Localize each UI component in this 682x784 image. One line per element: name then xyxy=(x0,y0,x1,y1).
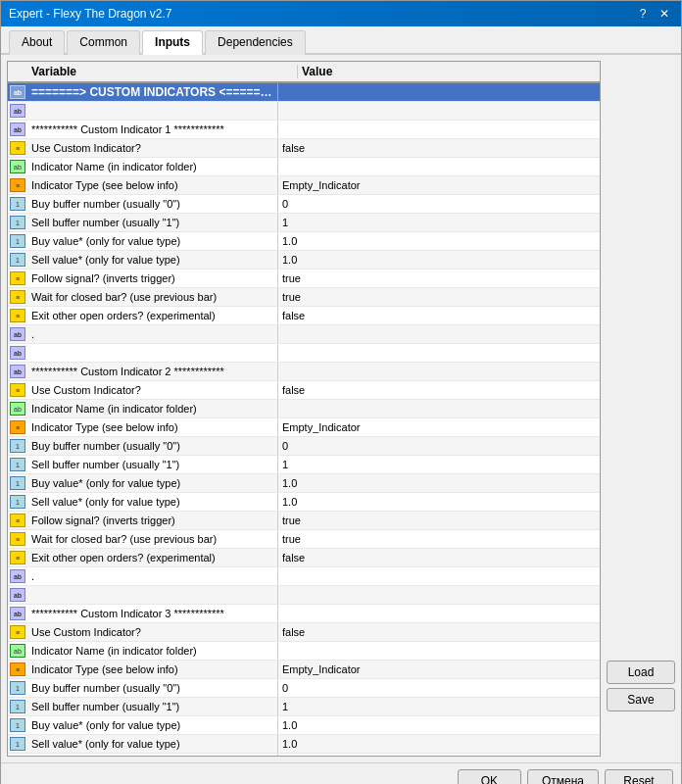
row-icon-str: ab xyxy=(8,400,27,417)
table-row: ab*********** Custom Indicator 2 *******… xyxy=(8,363,600,381)
row-variable: Sell value* (only for value type) xyxy=(27,253,277,267)
col-header-value: Value xyxy=(298,65,596,78)
row-icon-num: 1 xyxy=(8,456,27,473)
ok-button[interactable]: OK xyxy=(458,769,521,784)
table-row: ≡Indicator Type (see below info)Empty_In… xyxy=(8,661,600,679)
row-variable: Use Custom Indicator? xyxy=(27,625,277,639)
row-variable: . xyxy=(27,569,277,583)
tab-bar: About Common Inputs Dependencies xyxy=(1,26,681,55)
row-icon-num: 1 xyxy=(8,735,27,753)
row-value xyxy=(278,408,600,410)
table-row: ≡Wait for closed bar? (use previous bar)… xyxy=(8,288,600,307)
tab-inputs[interactable]: Inputs xyxy=(142,30,203,55)
table-row: 1Buy value* (only for value type)1.0 xyxy=(8,716,600,735)
table-row: abIndicator Name (in indicator folder) xyxy=(8,642,600,661)
row-variable: *********** Custom Indicator 2 *********… xyxy=(27,365,277,378)
row-icon-bool: ≡ xyxy=(8,623,27,641)
row-value xyxy=(278,333,600,335)
table-row: ≡Follow signal? (inverts trigger)true xyxy=(8,512,600,530)
reset-button[interactable]: Reset xyxy=(605,769,673,784)
row-variable: *********** Custom Indicator 3 *********… xyxy=(27,607,277,620)
row-value xyxy=(278,91,600,93)
row-value: 1 xyxy=(278,700,600,713)
row-variable: Indicator Type (see below info) xyxy=(27,662,277,676)
row-variable: Follow signal? (inverts trigger) xyxy=(27,514,277,527)
tab-dependencies[interactable]: Dependencies xyxy=(205,30,306,55)
row-variable: Buy value* (only for value type) xyxy=(27,476,277,490)
row-variable: Exit other open orders? (experimental) xyxy=(27,309,277,322)
title-bar: Expert - Flexy The Dragon v2.7 ? ✕ xyxy=(1,1,681,26)
row-variable: Use Custom Indicator? xyxy=(27,141,277,155)
load-button[interactable]: Load xyxy=(607,661,675,684)
help-button[interactable]: ? xyxy=(634,5,652,23)
row-variable: Indicator Name (in indicator folder) xyxy=(27,644,277,658)
table-row: ≡Exit other open orders? (experimental)f… xyxy=(8,307,600,325)
table-row: 1Buy value* (only for value type)1.0 xyxy=(8,232,600,251)
row-variable: Wait for closed bar? (use previous bar) xyxy=(27,532,277,546)
table-row: ab=======> CUSTOM INDICATORS <======= xyxy=(8,83,600,102)
row-icon-num: 1 xyxy=(8,437,27,455)
row-value: Empty_Indicator xyxy=(278,420,600,434)
row-variable: Follow signal? (inverts trigger) xyxy=(27,271,277,285)
row-variable: Indicator Name (in indicator folder) xyxy=(27,160,277,173)
row-value: true xyxy=(278,290,600,304)
table-body[interactable]: ab=======> CUSTOM INDICATORS <=======aba… xyxy=(8,83,600,756)
row-icon-str: ab xyxy=(8,642,27,660)
row-value xyxy=(278,166,600,168)
table-row: 1Sell value* (only for value type)1.0 xyxy=(8,493,600,512)
row-icon-enum: ≡ xyxy=(8,176,27,194)
row-variable: Buy value* (only for value type) xyxy=(27,234,277,248)
row-variable: Exit other open orders? (experimental) xyxy=(27,551,277,564)
row-icon-ab: ab xyxy=(8,325,27,343)
row-value: 1.0 xyxy=(278,718,600,732)
row-variable: Buy value* (only for value type) xyxy=(27,718,277,732)
row-icon-ab: ab xyxy=(8,605,27,622)
row-icon-bool: ≡ xyxy=(8,307,27,324)
row-value xyxy=(278,650,600,652)
side-buttons: Load Save xyxy=(607,61,675,757)
tab-about[interactable]: About xyxy=(9,30,65,55)
table-row: ab xyxy=(8,344,600,363)
tab-common[interactable]: Common xyxy=(67,30,140,55)
row-value xyxy=(278,352,600,354)
row-value: 1.0 xyxy=(278,253,600,267)
row-value: true xyxy=(278,532,600,546)
main-table: Variable Value ab=======> CUSTOM INDICAT… xyxy=(7,61,601,757)
row-value xyxy=(278,370,600,372)
table-row: 1Sell value* (only for value type)1.0 xyxy=(8,735,600,754)
table-row: abIndicator Name (in indicator folder) xyxy=(8,400,600,418)
row-icon-bool: ≡ xyxy=(8,754,27,756)
table-row: ab. xyxy=(8,567,600,586)
table-row: ≡Use Custom Indicator?false xyxy=(8,381,600,400)
table-header: Variable Value xyxy=(8,62,600,83)
content-area: Variable Value ab=======> CUSTOM INDICAT… xyxy=(1,55,681,762)
row-variable xyxy=(27,110,277,112)
table-row: ab xyxy=(8,586,600,605)
row-value xyxy=(278,594,600,596)
table-row: 1Buy buffer number (usually "0")0 xyxy=(8,437,600,456)
table-row: 1Sell buffer number (usually "1")1 xyxy=(8,698,600,716)
row-icon-enum: ≡ xyxy=(8,661,27,678)
row-value: true xyxy=(278,514,600,527)
table-row: ≡Follow signal? (inverts trigger)true xyxy=(8,754,600,756)
bottom-bar: OK Отмена Reset xyxy=(1,762,681,784)
row-icon-str: ab xyxy=(8,158,27,175)
table-row: 1Buy value* (only for value type)1.0 xyxy=(8,474,600,493)
cancel-button[interactable]: Отмена xyxy=(527,769,599,784)
row-value: Empty_Indicator xyxy=(278,178,600,192)
save-button[interactable]: Save xyxy=(607,688,675,711)
row-icon-num: 1 xyxy=(8,474,27,492)
row-icon-ab: ab xyxy=(8,586,27,604)
table-row: ab*********** Custom Indicator 3 *******… xyxy=(8,605,600,623)
row-variable: Sell value* (only for value type) xyxy=(27,495,277,509)
row-icon-num: 1 xyxy=(8,493,27,511)
row-value: false xyxy=(278,141,600,155)
row-value: 1 xyxy=(278,458,600,471)
row-icon-num: 1 xyxy=(8,251,27,269)
row-variable: Sell buffer number (usually "1") xyxy=(27,458,277,471)
row-variable: Wait for closed bar? (use previous bar) xyxy=(27,290,277,304)
row-value xyxy=(278,128,600,130)
row-icon-num: 1 xyxy=(8,698,27,715)
close-button[interactable]: ✕ xyxy=(656,5,673,23)
row-icon-ab: ab xyxy=(8,102,27,120)
